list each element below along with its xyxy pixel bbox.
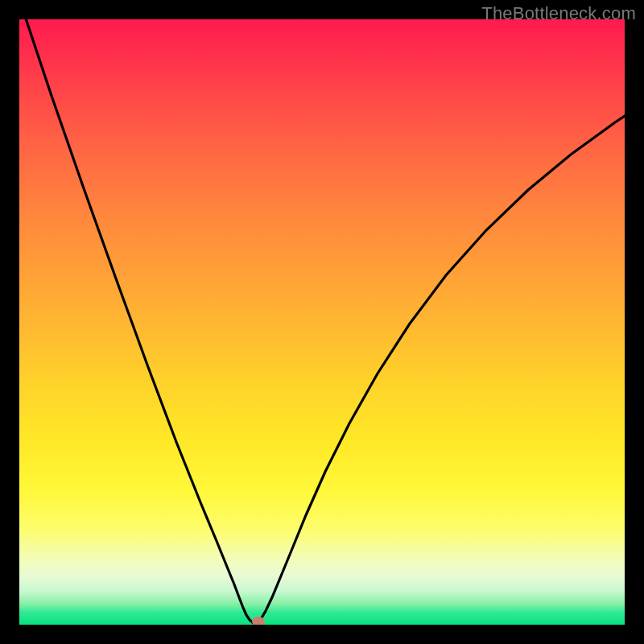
optimal-point-marker — [252, 617, 265, 625]
bottleneck-curve — [19, 19, 625, 625]
watermark-text: TheBottleneck.com — [481, 3, 636, 24]
chart-frame: TheBottleneck.com — [0, 0, 644, 644]
plot-area — [19, 19, 625, 625]
